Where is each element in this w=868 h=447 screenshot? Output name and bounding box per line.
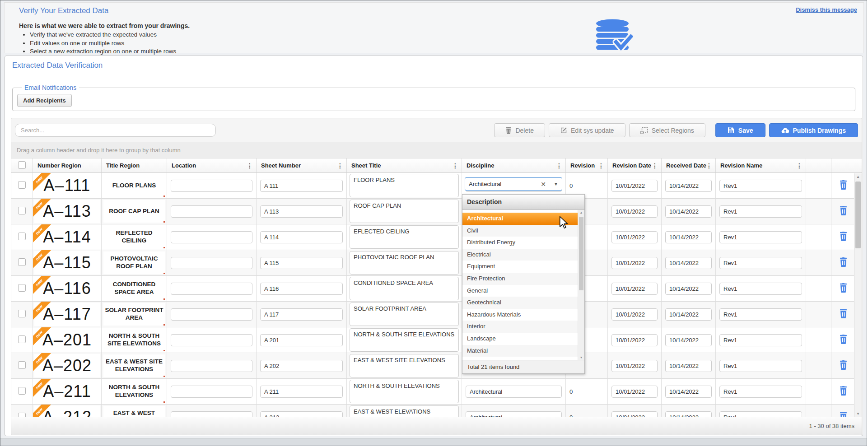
delete-row-button[interactable]: [839, 309, 848, 320]
column-menu-icon[interactable]: ⋮: [597, 162, 606, 169]
column-header-revision-name[interactable]: Revision Name⋮: [716, 158, 806, 172]
delete-row-button[interactable]: [839, 257, 848, 268]
revision-name-input[interactable]: [719, 231, 802, 243]
revision-date-input[interactable]: [611, 231, 658, 243]
location-input[interactable]: [171, 231, 252, 243]
location-input[interactable]: [171, 386, 252, 398]
revision-date-input[interactable]: [611, 308, 658, 321]
dropdown-item[interactable]: Electrical: [462, 249, 584, 261]
sheet-title-input[interactable]: PHOTOVOLTAIC ROOF PLAN: [350, 251, 459, 275]
column-menu-icon[interactable]: ⋮: [650, 162, 659, 169]
delete-row-button[interactable]: [839, 232, 848, 242]
search-input[interactable]: [15, 124, 216, 137]
sheet-title-input[interactable]: ROOF CAP PLAN: [350, 200, 459, 223]
dropdown-item[interactable]: Material: [462, 345, 584, 357]
column-header-revision[interactable]: Revision⋮: [566, 158, 608, 172]
scroll-up-arrow[interactable]: ▲: [854, 175, 862, 179]
dropdown-item[interactable]: Operations: [462, 357, 584, 360]
sheet-number-input[interactable]: [260, 283, 343, 295]
received-date-input[interactable]: [665, 257, 712, 269]
dropdown-scrollbar-thumb[interactable]: [579, 217, 583, 290]
location-input[interactable]: [171, 360, 252, 372]
dropdown-item[interactable]: Equipment: [462, 261, 584, 273]
revision-name-input[interactable]: [719, 360, 802, 372]
sheet-title-input[interactable]: EAST & WEST ELEVATIONS: [350, 405, 459, 417]
row-checkbox[interactable]: [18, 258, 26, 266]
edit-sys-update-button[interactable]: Edit sys update: [549, 123, 625, 137]
column-menu-icon[interactable]: ⋮: [795, 162, 804, 169]
revision-date-input[interactable]: [611, 334, 658, 346]
sheet-title-input[interactable]: NORTH & SOUTH SITE ELEVATIONS: [350, 328, 459, 352]
column-menu-icon[interactable]: ⋮: [555, 162, 564, 169]
revision-name-input[interactable]: [719, 283, 802, 295]
sheet-title-input[interactable]: CONDITIONED SPACE AREA: [350, 277, 459, 300]
dropdown-item[interactable]: Landscape: [462, 333, 584, 345]
location-input[interactable]: [171, 257, 252, 269]
revision-name-input[interactable]: [719, 308, 802, 321]
location-input[interactable]: [171, 411, 252, 417]
delete-row-button[interactable]: [839, 412, 848, 417]
revision-date-input[interactable]: [611, 360, 658, 372]
delete-row-button[interactable]: [839, 360, 848, 371]
revision-date-input[interactable]: [611, 257, 658, 269]
sheet-title-input[interactable]: NORTH & SOUTH ELEVATIONS: [350, 380, 459, 403]
revision-date-input[interactable]: [611, 180, 658, 192]
row-checkbox[interactable]: [18, 387, 26, 395]
row-checkbox[interactable]: [18, 181, 26, 189]
column-header-discipline[interactable]: Discipline⋮: [462, 158, 566, 172]
column-header-sheet-number[interactable]: Sheet Number⋮: [257, 158, 347, 172]
column-header-sheet-title[interactable]: Sheet Title⋮: [347, 158, 462, 172]
column-header-received-date[interactable]: Received Date⋮: [662, 158, 716, 172]
sheet-number-input[interactable]: [260, 205, 343, 218]
sheet-number-input[interactable]: [260, 360, 343, 372]
sheet-number-input[interactable]: [260, 334, 343, 346]
row-checkbox[interactable]: [18, 233, 26, 240]
column-header-revision-date[interactable]: Revision Date⋮: [608, 158, 662, 172]
revision-name-input[interactable]: [719, 411, 802, 417]
discipline-input[interactable]: [466, 411, 562, 417]
dropdown-scroll-up-arrow[interactable]: ▲: [578, 211, 584, 214]
dropdown-item[interactable]: General: [462, 285, 584, 297]
sheet-number-input[interactable]: [260, 308, 343, 321]
dropdown-item[interactable]: Distributed Energy: [462, 237, 584, 249]
vertical-scrollbar[interactable]: ▲ ▼: [854, 173, 862, 417]
dropdown-item[interactable]: Interior: [462, 321, 584, 333]
row-checkbox[interactable]: [18, 361, 26, 369]
sheet-title-input[interactable]: SOLAR FOOTPRINT AREA: [350, 303, 459, 326]
save-button[interactable]: Save: [715, 123, 765, 137]
location-input[interactable]: [171, 334, 252, 346]
scroll-down-arrow[interactable]: ▼: [854, 412, 862, 416]
delete-row-button[interactable]: [839, 386, 848, 397]
received-date-input[interactable]: [665, 180, 712, 192]
column-menu-icon[interactable]: ⋮: [336, 162, 345, 169]
revision-name-input[interactable]: [719, 205, 802, 218]
delete-row-button[interactable]: [839, 283, 848, 294]
column-menu-icon[interactable]: ⋮: [451, 162, 460, 169]
sheet-number-input[interactable]: [260, 411, 343, 417]
publish-drawings-button[interactable]: Publish Drawings: [769, 123, 858, 137]
location-input[interactable]: [171, 308, 252, 321]
sheet-title-input[interactable]: EAST & WEST SITE ELEVATIONS: [350, 354, 459, 377]
column-header-number-region[interactable]: Number Region: [33, 158, 102, 172]
dropdown-scrollbar[interactable]: ▲ ▼: [578, 210, 584, 360]
revision-date-input[interactable]: [611, 283, 658, 295]
row-checkbox[interactable]: [18, 207, 26, 214]
row-checkbox[interactable]: [18, 284, 26, 292]
column-menu-icon[interactable]: ⋮: [245, 162, 254, 169]
chevron-down-icon[interactable]: ▼: [550, 182, 562, 186]
delete-row-button[interactable]: [839, 180, 848, 191]
sheet-number-input[interactable]: [260, 386, 343, 398]
revision-date-input[interactable]: [611, 386, 658, 398]
sheet-number-input[interactable]: [260, 257, 343, 269]
received-date-input[interactable]: [665, 231, 712, 243]
revision-name-input[interactable]: [719, 386, 802, 398]
clear-icon[interactable]: ✕: [537, 181, 550, 188]
discipline-input[interactable]: [466, 386, 562, 398]
delete-row-button[interactable]: [839, 335, 848, 345]
dropdown-item[interactable]: Civil: [462, 225, 584, 237]
revision-name-input[interactable]: [719, 180, 802, 192]
received-date-input[interactable]: [665, 411, 712, 417]
sheet-title-input[interactable]: EFLECTED CEILING: [350, 225, 459, 249]
sheet-number-input[interactable]: [260, 231, 343, 243]
select-all-checkbox[interactable]: [18, 161, 26, 169]
